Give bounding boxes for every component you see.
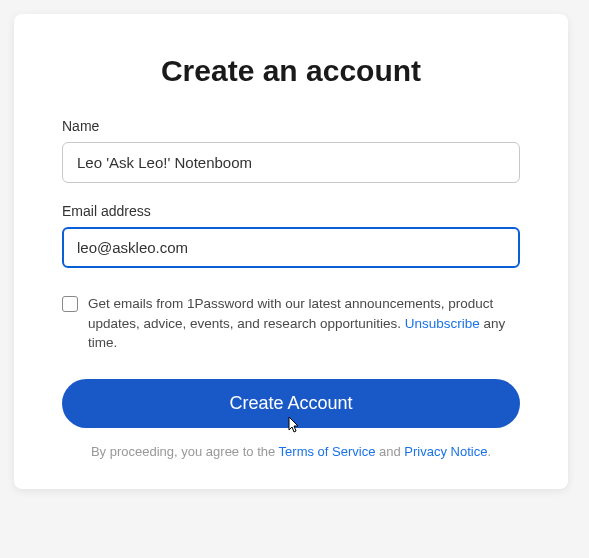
marketing-consent-text: Get emails from 1Password with our lates… bbox=[88, 294, 520, 353]
name-field-group: Name bbox=[62, 118, 520, 183]
legal-text: By proceeding, you agree to the Terms of… bbox=[62, 442, 520, 462]
create-account-button[interactable]: Create Account bbox=[62, 379, 520, 428]
legal-suffix: . bbox=[487, 444, 491, 459]
legal-mid: and bbox=[375, 444, 404, 459]
unsubscribe-link[interactable]: Unsubscribe bbox=[405, 316, 480, 331]
terms-of-service-link[interactable]: Terms of Service bbox=[279, 444, 376, 459]
marketing-consent-checkbox[interactable] bbox=[62, 296, 78, 312]
email-input[interactable] bbox=[62, 227, 520, 268]
cursor-pointer-icon bbox=[283, 415, 301, 442]
page-title: Create an account bbox=[62, 54, 520, 88]
privacy-notice-link[interactable]: Privacy Notice bbox=[404, 444, 487, 459]
create-account-label: Create Account bbox=[229, 393, 352, 413]
marketing-consent-row: Get emails from 1Password with our lates… bbox=[62, 294, 520, 353]
email-field-group: Email address bbox=[62, 203, 520, 268]
email-label: Email address bbox=[62, 203, 520, 219]
name-input[interactable] bbox=[62, 142, 520, 183]
legal-prefix: By proceeding, you agree to the bbox=[91, 444, 279, 459]
signup-card: Create an account Name Email address Get… bbox=[14, 14, 568, 489]
name-label: Name bbox=[62, 118, 520, 134]
